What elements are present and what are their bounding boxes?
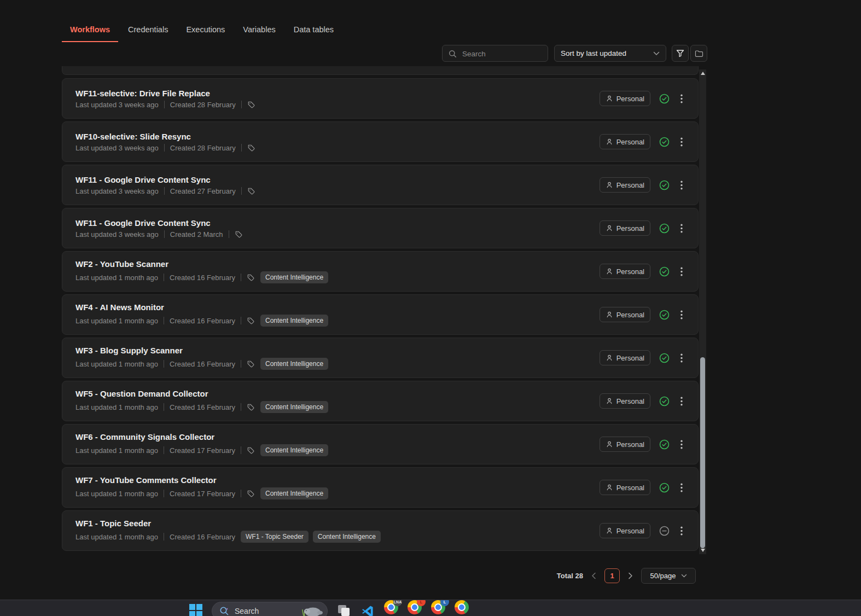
- person-icon: [606, 484, 613, 491]
- workflow-actions: Personal: [600, 437, 685, 452]
- folder-button[interactable]: [690, 45, 707, 62]
- workflow-status-toggle[interactable]: [659, 223, 670, 234]
- workflow-card[interactable]: WF6 - Community Signals Collector Last u…: [62, 424, 699, 464]
- workflow-status-toggle[interactable]: [659, 310, 670, 320]
- workflow-status-toggle[interactable]: [659, 94, 670, 104]
- page-size-select[interactable]: 50/page: [641, 568, 696, 584]
- kebab-menu-button[interactable]: [678, 136, 685, 148]
- workflow-status-toggle[interactable]: [659, 483, 670, 493]
- owner-label: Personal: [616, 138, 644, 146]
- kebab-menu-button[interactable]: [678, 309, 685, 321]
- chrome-button[interactable]: L: [408, 600, 422, 614]
- tags-icon: [247, 403, 255, 411]
- taskbar-search[interactable]: Search: [212, 602, 328, 616]
- workflow-title[interactable]: WF3 - Blog Supply Scanner: [75, 346, 328, 355]
- tag-badge[interactable]: Content Intelligence: [260, 271, 328, 283]
- chrome-button[interactable]: L: [431, 600, 445, 614]
- workflow-card[interactable]: WF2 - YouTube Scanner Last updated 1 mon…: [62, 251, 699, 292]
- workflow-title[interactable]: WF11 - Google Drive Content Sync: [75, 175, 261, 184]
- workflow-title[interactable]: WF11 - Google Drive Content Sync: [75, 218, 248, 228]
- workflow-status-toggle[interactable]: [659, 396, 670, 406]
- workflow-title[interactable]: WF1 - Topic Seeder: [75, 519, 381, 528]
- tag-badge[interactable]: Content Intelligence: [260, 315, 328, 327]
- tab-data-tables[interactable]: Data tables: [286, 22, 342, 42]
- workflow-tags: Content Intelligence: [260, 271, 328, 283]
- page-number[interactable]: 1: [604, 568, 620, 583]
- scrollbar-up-arrow[interactable]: [701, 72, 705, 75]
- kebab-menu-button[interactable]: [678, 223, 685, 234]
- workflow-card[interactable]: WF1 - Topic Seeder Last updated 1 month …: [62, 510, 699, 551]
- workflow-title[interactable]: WF10-selective: Slide Resync: [75, 132, 261, 141]
- tag-badge[interactable]: Content Intelligence: [260, 401, 328, 413]
- scrollbar[interactable]: [699, 69, 706, 554]
- workflow-created: Created 16 February: [170, 274, 235, 282]
- tab-workflows[interactable]: Workflows: [62, 22, 118, 42]
- kebab-menu-button[interactable]: [678, 352, 685, 364]
- workflow-card[interactable]: WF3 - Blog Supply Scanner Last updated 1…: [62, 338, 699, 378]
- next-page-button[interactable]: [628, 572, 633, 579]
- start-button[interactable]: [189, 604, 202, 616]
- workflow-info: WF5 - Question Demand Collector Last upd…: [75, 389, 328, 413]
- kebab-menu-button[interactable]: [678, 266, 685, 277]
- chrome-button[interactable]: LNA: [384, 600, 398, 614]
- workflow-status-toggle[interactable]: [659, 526, 670, 536]
- tab-executions[interactable]: Executions: [178, 22, 233, 42]
- tag-badge[interactable]: Content Intelligence: [260, 444, 328, 456]
- separator: [241, 403, 241, 411]
- owner-badge: Personal: [600, 307, 650, 322]
- scrollbar-down-arrow[interactable]: [701, 549, 705, 552]
- filter-button[interactable]: [672, 45, 689, 62]
- tab-variables[interactable]: Variables: [235, 22, 283, 42]
- kebab-menu-button[interactable]: [678, 525, 685, 537]
- workflow-card[interactable]: WF11 - Google Drive Content Sync Last up…: [62, 165, 699, 205]
- workflow-status-toggle[interactable]: [659, 266, 670, 277]
- search-box[interactable]: [442, 45, 548, 62]
- owner-label: Personal: [616, 397, 644, 405]
- tag-badge[interactable]: Content Intelligence: [313, 531, 381, 543]
- workflow-title[interactable]: WF7 - YouTube Comments Collector: [75, 475, 328, 485]
- workflow-card-partial[interactable]: [62, 66, 699, 75]
- workflow-title[interactable]: WF4 - AI News Monitor: [75, 303, 328, 312]
- workflow-status-toggle[interactable]: [659, 439, 670, 450]
- workflow-card[interactable]: WF11-selective: Drive File Replace Last …: [62, 78, 699, 119]
- task-view-button[interactable]: [337, 604, 351, 616]
- owner-badge: Personal: [600, 264, 650, 279]
- kebab-menu-button[interactable]: [678, 439, 685, 450]
- workflow-title[interactable]: WF6 - Community Signals Collector: [75, 432, 328, 441]
- kebab-menu-button[interactable]: [678, 396, 685, 407]
- workflow-created: Created 17 February: [170, 490, 235, 498]
- workflow-status-toggle[interactable]: [659, 137, 670, 147]
- tag-badge[interactable]: Content Intelligence: [260, 358, 328, 370]
- workflow-card[interactable]: WF11 - Google Drive Content Sync Last up…: [62, 208, 699, 248]
- search-highlight-image[interactable]: [298, 604, 324, 616]
- workflow-title[interactable]: WF2 - YouTube Scanner: [75, 259, 328, 269]
- kebab-icon: [680, 137, 683, 147]
- kebab-menu-button[interactable]: [678, 93, 685, 104]
- sort-dropdown[interactable]: Sort by last updated: [554, 45, 666, 62]
- workflow-card[interactable]: WF4 - AI News Monitor Last updated 1 mon…: [62, 294, 699, 335]
- kebab-menu-button[interactable]: [678, 482, 685, 493]
- kebab-menu-button[interactable]: [678, 179, 685, 191]
- workflow-created: Created 17 February: [170, 446, 235, 455]
- workflow-title[interactable]: WF5 - Question Demand Collector: [75, 389, 328, 398]
- tab-credentials[interactable]: Credentials: [120, 22, 176, 42]
- owner-label: Personal: [616, 268, 644, 276]
- workflow-card[interactable]: WF5 - Question Demand Collector Last upd…: [62, 381, 699, 421]
- prev-page-button[interactable]: [591, 572, 596, 579]
- workflow-card[interactable]: WF7 - YouTube Comments Collector Last up…: [62, 467, 699, 508]
- search-input[interactable]: [461, 45, 545, 62]
- person-icon: [606, 311, 613, 318]
- tag-badge[interactable]: Content Intelligence: [260, 487, 328, 499]
- workflow-card[interactable]: WF10-selective: Slide Resync Last update…: [62, 121, 699, 162]
- kebab-icon: [680, 94, 683, 103]
- scrollbar-thumb[interactable]: [700, 357, 705, 548]
- tag-badge[interactable]: WF1 - Topic Seeder: [241, 531, 309, 543]
- vscode-button[interactable]: [360, 604, 375, 616]
- separator: [164, 187, 165, 195]
- workflow-title[interactable]: WF11-selective: Drive File Replace: [75, 89, 261, 98]
- workflow-meta: Last updated 3 weeks ago Created 2 March: [75, 230, 248, 239]
- workflow-status-toggle[interactable]: [659, 353, 670, 363]
- chrome-button[interactable]: [455, 600, 469, 614]
- workflow-status-toggle[interactable]: [659, 180, 670, 190]
- workflow-tags: WF1 - Topic SeederContent Intelligence: [241, 531, 381, 543]
